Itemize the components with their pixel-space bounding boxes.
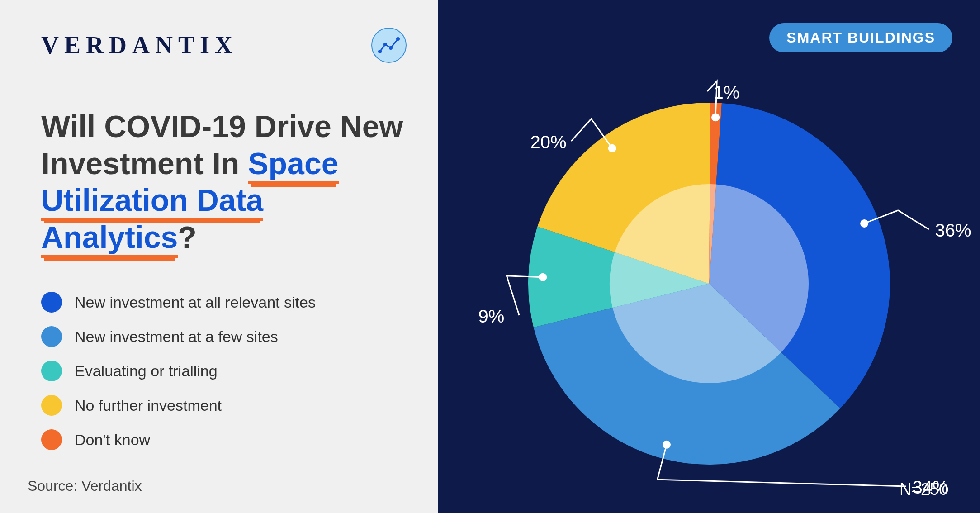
legend-swatch <box>41 326 62 347</box>
legend-swatch <box>41 395 62 416</box>
source-label: Source: Verdantix <box>28 478 142 494</box>
svg-point-0 <box>378 50 382 53</box>
svg-point-3 <box>396 37 400 41</box>
legend-swatch <box>41 292 62 313</box>
left-panel: VERDANTIX Will COVID-19 Drive New Invest… <box>0 0 438 513</box>
legend-label: Evaluating or trialling <box>75 362 218 380</box>
pie-data-label: 36% <box>935 220 971 241</box>
legend-item: No further investment <box>41 395 407 416</box>
legend-swatch <box>41 429 62 450</box>
page-title: Will COVID-19 Drive New Investment In Sp… <box>41 108 407 256</box>
svg-point-2 <box>389 46 393 50</box>
legend-item: Evaluating or trialling <box>41 361 407 381</box>
svg-point-1 <box>383 43 387 46</box>
legend-label: New investment at a few sites <box>75 328 278 346</box>
legend-item: New investment at all relevant sites <box>41 292 407 313</box>
brand-text: ERDANTIX <box>64 32 238 59</box>
title-tail: ? <box>178 220 197 254</box>
legend-label: No further investment <box>75 397 222 414</box>
chart-legend: New investment at all relevant sitesNew … <box>41 292 407 450</box>
pie-data-label: 20% <box>530 132 567 152</box>
brand-row: VERDANTIX <box>41 28 407 63</box>
analytics-icon <box>371 28 407 63</box>
legend-swatch <box>41 361 62 381</box>
right-panel: SMART BUILDINGS 36%34%9%20%1% N=250 <box>438 0 980 513</box>
legend-item: Don't know <box>41 429 407 450</box>
legend-label: Don't know <box>75 431 150 449</box>
brand-logo: VERDANTIX <box>41 31 238 59</box>
legend-item: New investment at a few sites <box>41 326 407 347</box>
title-lead: Will COVID-19 Drive New Investment In <box>41 109 403 180</box>
infographic-page: VERDANTIX Will COVID-19 Drive New Invest… <box>0 0 980 513</box>
legend-label: New investment at all relevant sites <box>75 294 316 311</box>
pie-data-label: 9% <box>478 306 505 327</box>
pie-chart: 36%34%9%20%1% <box>460 48 958 501</box>
sample-size: N=250 <box>900 480 948 499</box>
pie-data-label: 1% <box>714 82 740 103</box>
